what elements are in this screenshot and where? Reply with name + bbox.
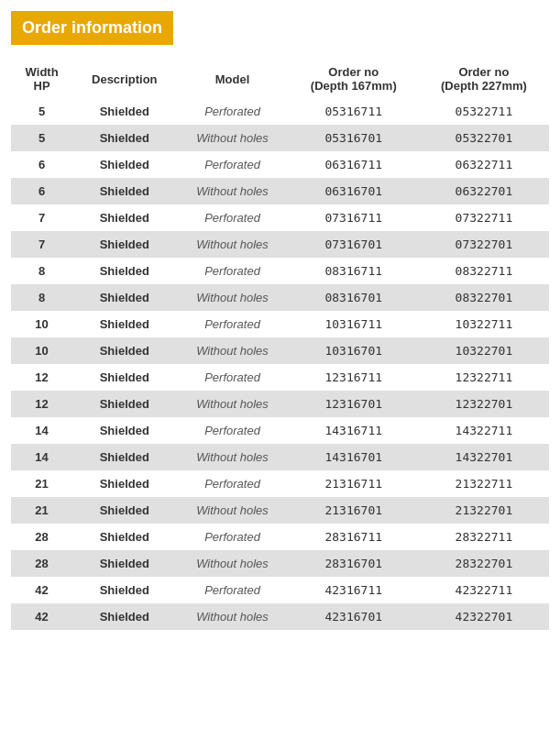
- cell-model: Without holes: [176, 125, 288, 151]
- cell-order227: 12322701: [419, 391, 549, 417]
- cell-width: 5: [11, 125, 72, 151]
- cell-order167: 28316711: [289, 524, 419, 550]
- cell-order167: 21316701: [289, 497, 419, 524]
- cell-order167: 14316711: [289, 417, 419, 444]
- col-header-model: Model: [176, 60, 288, 98]
- cell-order167: 07316711: [289, 204, 419, 231]
- cell-order227: 05322711: [419, 98, 549, 125]
- cell-description: Shielded: [72, 337, 176, 364]
- cell-order167: 10316701: [289, 337, 419, 364]
- cell-width: 10: [11, 337, 72, 364]
- cell-model: Without holes: [176, 178, 288, 204]
- cell-order167: 08316711: [289, 258, 419, 284]
- cell-order227: 10322701: [419, 337, 549, 364]
- cell-order227: 28322701: [419, 550, 549, 577]
- cell-width: 28: [11, 550, 72, 577]
- cell-order227: 07322711: [419, 204, 549, 231]
- table-row: 14ShieldedWithout holes1431670114322701: [11, 444, 549, 470]
- cell-description: Shielded: [72, 364, 176, 391]
- cell-model: Perforated: [176, 417, 288, 444]
- table-row: 6ShieldedPerforated0631671106322711: [11, 151, 549, 178]
- cell-width: 6: [11, 178, 72, 204]
- cell-order167: 14316701: [289, 444, 419, 470]
- title-bar: Order information: [11, 11, 173, 45]
- cell-model: Perforated: [176, 311, 288, 337]
- table-row: 10ShieldedPerforated1031671110322711: [11, 311, 549, 337]
- table-row: 14ShieldedPerforated1431671114322711: [11, 417, 549, 444]
- cell-order167: 06316701: [289, 178, 419, 204]
- cell-order227: 06322711: [419, 151, 549, 178]
- table-row: 7ShieldedWithout holes0731670107322701: [11, 231, 549, 258]
- table-row: 28ShieldedWithout holes2831670128322701: [11, 550, 549, 577]
- table-row: 21ShieldedPerforated2131671121322711: [11, 470, 549, 497]
- col-header-order167: Order no(Depth 167mm): [289, 60, 419, 98]
- cell-width: 14: [11, 444, 72, 470]
- cell-model: Without holes: [176, 550, 288, 577]
- table-row: 5ShieldedPerforated0531671105322711: [11, 98, 549, 125]
- cell-order167: 28316701: [289, 550, 419, 577]
- page-title: Order information: [22, 18, 162, 37]
- cell-order227: 06322701: [419, 178, 549, 204]
- cell-width: 6: [11, 151, 72, 178]
- cell-order227: 12322711: [419, 364, 549, 391]
- col-header-width: WidthHP: [11, 60, 72, 98]
- cell-model: Without holes: [176, 337, 288, 364]
- cell-width: 42: [11, 603, 72, 630]
- table-row: 8ShieldedPerforated0831671108322711: [11, 258, 549, 284]
- cell-order167: 12316711: [289, 364, 419, 391]
- cell-description: Shielded: [72, 603, 176, 630]
- cell-model: Without holes: [176, 391, 288, 417]
- cell-order227: 14322711: [419, 417, 549, 444]
- cell-order227: 05322701: [419, 125, 549, 151]
- cell-order227: 07322701: [419, 231, 549, 258]
- table-row: 21ShieldedWithout holes2131670121322701: [11, 497, 549, 524]
- cell-description: Shielded: [72, 311, 176, 337]
- cell-order227: 21322711: [419, 470, 549, 497]
- cell-order167: 05316701: [289, 125, 419, 151]
- cell-order167: 06316711: [289, 151, 419, 178]
- cell-width: 12: [11, 391, 72, 417]
- cell-model: Without holes: [176, 444, 288, 470]
- cell-width: 5: [11, 98, 72, 125]
- cell-order227: 10322711: [419, 311, 549, 337]
- cell-model: Without holes: [176, 284, 288, 311]
- cell-width: 10: [11, 311, 72, 337]
- cell-width: 7: [11, 204, 72, 231]
- cell-model: Perforated: [176, 151, 288, 178]
- cell-description: Shielded: [72, 577, 176, 603]
- table-row: 10ShieldedWithout holes1031670110322701: [11, 337, 549, 364]
- cell-order227: 21322701: [419, 497, 549, 524]
- cell-description: Shielded: [72, 231, 176, 258]
- cell-order167: 08316701: [289, 284, 419, 311]
- cell-description: Shielded: [72, 470, 176, 497]
- cell-width: 21: [11, 497, 72, 524]
- table-row: 7ShieldedPerforated0731671107322711: [11, 204, 549, 231]
- cell-order167: 07316701: [289, 231, 419, 258]
- table-row: 28ShieldedPerforated2831671128322711: [11, 524, 549, 550]
- cell-order167: 42316711: [289, 577, 419, 603]
- cell-width: 8: [11, 258, 72, 284]
- cell-order227: 08322711: [419, 258, 549, 284]
- cell-width: 8: [11, 284, 72, 311]
- table-row: 6ShieldedWithout holes0631670106322701: [11, 178, 549, 204]
- cell-order227: 08322701: [419, 284, 549, 311]
- table-row: 5ShieldedWithout holes0531670105322701: [11, 125, 549, 151]
- cell-model: Without holes: [176, 231, 288, 258]
- cell-order227: 42322701: [419, 603, 549, 630]
- table-row: 12ShieldedWithout holes1231670112322701: [11, 391, 549, 417]
- cell-width: 28: [11, 524, 72, 550]
- table-row: 42ShieldedPerforated4231671142322711: [11, 577, 549, 603]
- cell-model: Without holes: [176, 497, 288, 524]
- table-row: 8ShieldedWithout holes0831670108322701: [11, 284, 549, 311]
- cell-order227: 14322701: [419, 444, 549, 470]
- cell-model: Perforated: [176, 577, 288, 603]
- table-row: 12ShieldedPerforated1231671112322711: [11, 364, 549, 391]
- cell-model: Perforated: [176, 470, 288, 497]
- cell-description: Shielded: [72, 284, 176, 311]
- cell-model: Perforated: [176, 258, 288, 284]
- cell-description: Shielded: [72, 444, 176, 470]
- cell-description: Shielded: [72, 417, 176, 444]
- cell-width: 21: [11, 470, 72, 497]
- col-header-order227: Order no(Depth 227mm): [419, 60, 549, 98]
- cell-model: Perforated: [176, 98, 288, 125]
